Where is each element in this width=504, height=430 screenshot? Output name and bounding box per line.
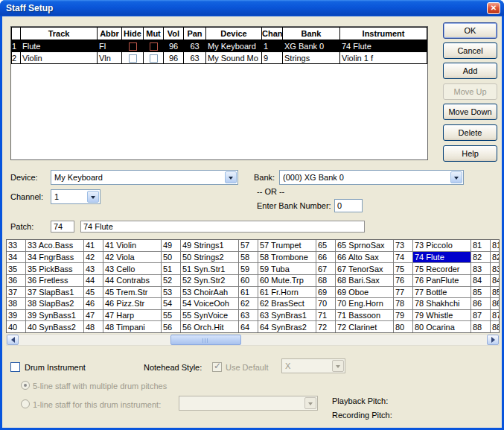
patch-name-cell[interactable]: 52 Syn.Str2 <box>181 275 238 287</box>
patch-name-cell[interactable]: 84 Chiff L <box>491 275 500 287</box>
patch-number-cell[interactable]: 79 <box>394 310 412 322</box>
patch-number-cell[interactable]: 88 <box>471 321 490 332</box>
patch-name-cell[interactable]: 48 Timpani <box>103 321 161 332</box>
patch-number-cell[interactable]: 38 <box>7 298 25 310</box>
patch-number-cell[interactable]: 59 <box>239 263 258 275</box>
patch-number-cell[interactable]: 74 <box>394 252 412 264</box>
patch-number-cell[interactable]: 43 <box>84 263 103 275</box>
patch-grid-hscrollbar[interactable] <box>6 334 500 346</box>
patch-name-cell[interactable]: 58 Trombone <box>258 252 316 264</box>
patch-name-cell[interactable]: 53 ChoirAah <box>181 287 238 299</box>
patch-number-cell[interactable]: 84 <box>471 275 490 287</box>
five-line-staff-radio[interactable] <box>21 381 30 390</box>
table-cell[interactable]: 1 <box>262 40 283 52</box>
table-cell[interactable]: 74 Flute <box>340 40 427 52</box>
patch-name-cell[interactable]: 71 Bassoon <box>336 310 393 322</box>
table-cell[interactable] <box>122 40 144 52</box>
channel-select[interactable]: 1 <box>51 189 101 204</box>
patch-number-cell[interactable]: 35 <box>7 263 25 275</box>
delete-button[interactable]: Delete <box>443 124 497 141</box>
patch-name-cell[interactable]: 79 Whistle <box>413 310 470 322</box>
patch-number-cell[interactable]: 76 <box>394 275 412 287</box>
patch-name-cell[interactable]: 75 Recorder <box>413 263 470 275</box>
patch-number-cell[interactable]: 45 <box>84 287 103 299</box>
patch-number-cell[interactable]: 65 <box>316 240 335 252</box>
patch-name-cell[interactable]: 36 Fretless <box>26 275 83 287</box>
chevron-down-icon[interactable] <box>332 360 344 372</box>
table-cell[interactable]: My Keyboard <box>206 40 262 52</box>
table-cell[interactable] <box>144 52 164 64</box>
table-cell[interactable]: 96 <box>164 40 184 52</box>
checkbox[interactable] <box>150 54 158 63</box>
patch-number-cell[interactable]: 68 <box>316 275 335 287</box>
patch-name-cell[interactable]: 51 Syn.Str1 <box>181 263 238 275</box>
patch-number-cell[interactable]: 53 <box>162 287 180 299</box>
patch-number-cell[interactable]: 49 <box>162 240 180 252</box>
drum-staff-select[interactable] <box>179 396 318 411</box>
table-cell[interactable]: Violin 1 f <box>340 52 427 64</box>
patch-name-cell[interactable]: 78 Shakhchi <box>413 298 470 310</box>
patch-name-cell[interactable]: 55 SynVoice <box>181 310 238 322</box>
patch-number-cell[interactable]: 73 <box>394 240 412 252</box>
patch-number-cell[interactable]: 51 <box>162 263 180 275</box>
ok-button[interactable]: OK <box>443 22 497 39</box>
patch-number-cell[interactable]: 85 <box>471 287 490 299</box>
patch-number-cell[interactable]: 41 <box>84 240 103 252</box>
table-cell[interactable]: 9 <box>262 52 283 64</box>
patch-name-cell[interactable]: 60 Mute.Trp <box>258 275 316 287</box>
chevron-down-icon[interactable] <box>225 171 237 183</box>
patch-number-cell[interactable]: 54 <box>162 298 180 310</box>
patch-name-cell[interactable]: 34 FngrBass <box>26 252 83 264</box>
patch-name-cell[interactable]: 37 SlapBas1 <box>26 287 83 299</box>
patch-name-cell[interactable]: 33 Aco.Bass <box>26 240 83 252</box>
table-cell[interactable]: Fl <box>98 40 122 52</box>
patch-number-cell[interactable]: 47 <box>84 310 103 322</box>
patch-name-cell[interactable]: 38 SlapBas2 <box>26 298 83 310</box>
patch-number-cell[interactable]: 58 <box>239 252 258 264</box>
one-line-staff-radio[interactable] <box>21 399 30 408</box>
close-button[interactable]: ✕ <box>487 2 500 14</box>
patch-name-cell[interactable]: 50 Strings2 <box>181 252 238 264</box>
patch-name-cell[interactable]: 49 Strings1 <box>181 240 238 252</box>
scroll-left-button[interactable] <box>7 335 19 345</box>
patch-number-cell[interactable]: 69 <box>316 287 335 299</box>
patch-number-cell[interactable]: 80 <box>394 321 412 332</box>
patch-number-cell[interactable]: 60 <box>239 275 258 287</box>
table-cell[interactable]: 2 <box>12 52 21 64</box>
patch-name-cell[interactable]: 77 Bottle <box>413 287 470 299</box>
bank-select[interactable]: (000) XG Bank 0 <box>279 170 464 185</box>
patch-name-cell[interactable]: 88 Bass & <box>491 321 500 332</box>
table-row[interactable]: 2ViolinVln9663My Sound Mo9StringsViolin … <box>12 52 427 64</box>
checkbox[interactable] <box>129 42 137 51</box>
table-cell[interactable]: Violin <box>21 52 98 64</box>
patch-number-cell[interactable]: 50 <box>162 252 180 264</box>
move-down-button[interactable]: Move Down <box>443 104 497 120</box>
device-select[interactable]: My Keyboard <box>51 170 238 185</box>
patch-name-cell[interactable]: 57 Trumpet <box>258 240 316 252</box>
patch-number-cell[interactable]: 61 <box>239 287 258 299</box>
table-cell[interactable]: 63 <box>184 52 206 64</box>
patch-number-cell[interactable]: 57 <box>239 240 258 252</box>
title-bar[interactable]: Staff Setup ✕ <box>0 0 504 16</box>
patch-name-cell[interactable]: 73 Piccolo <box>413 240 470 252</box>
table-cell[interactable]: My Sound Mo <box>206 52 262 64</box>
patch-name-cell[interactable]: 86 Voice <box>491 298 500 310</box>
patch-number-cell[interactable]: 82 <box>471 252 490 264</box>
patch-name-cell[interactable]: 46 Pizz.Str <box>103 298 161 310</box>
patch-number-cell[interactable]: 75 <box>394 263 412 275</box>
patch-number-cell[interactable]: 86 <box>471 298 490 310</box>
patch-name-cell[interactable]: 40 SynBass2 <box>26 321 83 332</box>
patch-name-cell[interactable]: 41 Violin <box>103 240 161 252</box>
patch-number-cell[interactable]: 81 <box>471 240 490 252</box>
table-cell[interactable]: 1 <box>12 40 21 52</box>
patch-number-cell[interactable]: 46 <box>84 298 103 310</box>
add-button[interactable]: Add <box>443 63 497 79</box>
patch-name-cell[interactable]: 39 SynBass1 <box>26 310 83 322</box>
patch-number-cell[interactable]: 44 <box>84 275 103 287</box>
patch-name-cell[interactable]: 72 Clarinet <box>336 321 393 332</box>
patch-number-cell[interactable]: 34 <box>7 252 25 264</box>
help-button[interactable]: Help <box>443 145 497 162</box>
patch-number-cell[interactable]: 64 <box>239 321 258 332</box>
patch-name-cell[interactable]: 63 SynBras1 <box>258 310 316 322</box>
patch-name-cell[interactable]: 74 Flute <box>413 252 470 264</box>
